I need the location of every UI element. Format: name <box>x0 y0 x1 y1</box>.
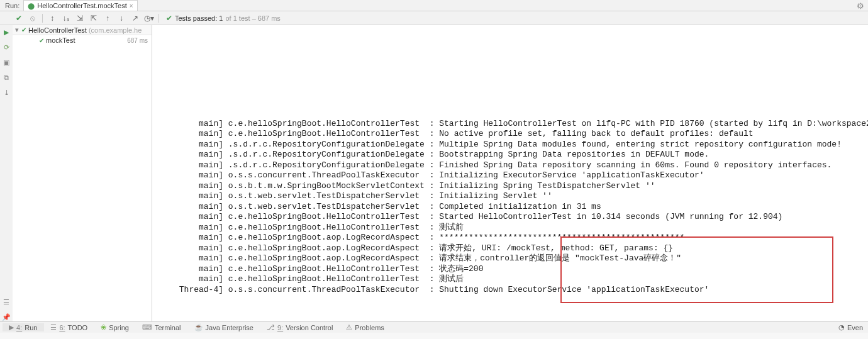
log-line: main] c.e.helloSpringBoot.HelloControlle… <box>174 274 464 284</box>
tab-label: Java Enterprise <box>206 324 253 331</box>
tab-title: HelloControllerTest.mockTest <box>37 2 126 9</box>
event-log-icon: ◔ <box>838 323 845 331</box>
tool-window-header: Run: ⬤ HelloControllerTest.mockTest × ⚙ <box>0 0 868 11</box>
test-tree-panel: ▾ ✔ HelloControllerTest (com.example.he … <box>13 25 152 321</box>
check-icon: ✔ <box>166 14 172 23</box>
spring-icon: ❀ <box>101 323 106 331</box>
passed-filter-icon[interactable]: ✔ <box>13 13 25 24</box>
rerun-failed-icon[interactable]: ⟳ <box>2 43 11 52</box>
collapse-icon[interactable]: ⇱ <box>87 13 100 24</box>
terminal-icon: ⌨ <box>142 323 152 331</box>
log-line: main] .s.d.r.c.RepositoryConfigurationDe… <box>174 150 709 159</box>
log-line: main] c.e.helloSpringBoot.HelloControlle… <box>174 129 754 138</box>
test-duration: 687 ms <box>127 37 148 44</box>
log-line: main] .s.d.r.c.RepositoryConfigurationDe… <box>174 140 842 149</box>
pin-icon[interactable]: ⤓ <box>2 88 11 97</box>
sort-alpha-icon[interactable]: ↓ₐ <box>60 13 72 24</box>
stop-icon[interactable]: ▣ <box>2 58 11 67</box>
separator <box>42 14 43 23</box>
log-line: main] o.s.t.web.servlet.TestDispatcherSe… <box>174 202 601 211</box>
tab-run[interactable]: ▶ 4:Run <box>3 323 44 331</box>
sort-icon[interactable]: ↕ <box>46 13 58 24</box>
tab-spring[interactable]: ❀ Spring <box>94 323 136 331</box>
expand-icon[interactable]: ⇲ <box>74 13 86 24</box>
tab-label: Run <box>25 324 37 331</box>
test-toolbar: ✔ ⦸ ↕ ↓ₐ ⇲ ⇱ ↑ ↓ ↗ ◷▾ ✔ Tests passed: 1 … <box>0 11 868 25</box>
tab-label: TODO <box>68 324 88 331</box>
tab-problems[interactable]: ⚠ Problems <box>340 323 391 331</box>
close-icon[interactable]: × <box>130 3 133 9</box>
tests-passed-status: ✔ Tests passed: 1 of 1 test – 687 ms <box>166 14 281 23</box>
run-icon[interactable]: ▶ <box>2 28 11 36</box>
layout-icon[interactable]: ⧉ <box>2 73 11 82</box>
test-class-node[interactable]: ▾ ✔ HelloControllerTest (com.example.he <box>13 25 152 35</box>
separator <box>159 14 159 23</box>
tests-passed-detail: of 1 test – 687 ms <box>225 14 280 22</box>
main-area: ▶ ⟳ ▣ ⧉ ⤓ ☰ 📌 ▾ ✔ HelloControllerTest (c… <box>0 25 868 321</box>
tab-version-control[interactable]: ⎇ 9:Version Control <box>260 323 340 331</box>
run-icon: ▶ <box>9 323 14 331</box>
history-icon[interactable]: ◷▾ <box>143 13 155 24</box>
tab-label: Terminal <box>155 324 181 331</box>
log-line: main] c.e.helloSpringBoot.HelloControlle… <box>174 264 483 274</box>
test-method-node[interactable]: ✔ mockTest 687 ms <box>13 35 152 45</box>
ignored-filter-icon[interactable]: ⦸ <box>26 13 39 24</box>
test-class-path: (com.example.he <box>89 26 142 34</box>
log-line: main] o.s.s.concurrent.ThreadPoolTaskExe… <box>174 170 704 180</box>
pin-tab-icon[interactable]: 📌 <box>2 313 11 321</box>
check-icon: ✔ <box>39 37 44 44</box>
console-output[interactable]: main] c.e.helloSpringBoot.HelloControlle… <box>152 25 868 321</box>
log-line: main] c.e.helloSpringBoot.HelloControlle… <box>174 119 868 128</box>
left-gutter: ▶ ⟳ ▣ ⧉ ⤓ ☰ 📌 <box>0 25 13 321</box>
prev-icon[interactable]: ↑ <box>101 13 114 24</box>
export-icon[interactable]: ↗ <box>129 13 142 24</box>
log-line: main] c.e.helloSpringBoot.aop.LogRecordA… <box>174 253 681 263</box>
tests-passed-count: Tests passed: 1 <box>175 14 223 22</box>
bottom-tool-bar: ▶ 4:Run ☰ 6:TODO ❀ Spring ⌨ Terminal ☕ J… <box>0 321 868 333</box>
log-line: main] o.s.b.t.m.w.SpringBootMockServletC… <box>174 181 655 191</box>
next-icon[interactable]: ↓ <box>115 13 128 24</box>
status-bar <box>0 333 868 339</box>
check-icon: ✔ <box>21 26 26 33</box>
tab-label: Version Control <box>286 324 333 331</box>
tab-terminal[interactable]: ⌨ Terminal <box>136 323 188 331</box>
todo-icon: ☰ <box>50 323 57 331</box>
log-line: main] c.e.helloSpringBoot.aop.LogRecordA… <box>174 233 684 242</box>
run-label: Run: <box>1 2 23 9</box>
tab-label: Problems <box>355 324 384 331</box>
test-method-name: mockTest <box>46 36 75 44</box>
chevron-down-icon[interactable]: ▾ <box>15 26 21 34</box>
run-config-tab[interactable]: ⬤ HelloControllerTest.mockTest × <box>23 0 137 11</box>
tab-java-enterprise[interactable]: ☕ Java Enterprise <box>188 323 260 331</box>
log-line: Thread-4] o.s.s.concurrent.ThreadPoolTas… <box>174 285 709 294</box>
log-line: main] c.e.helloSpringBoot.aop.LogRecordA… <box>174 243 673 253</box>
log-line: main] c.e.helloSpringBoot.HelloControlle… <box>174 223 464 232</box>
tab-label: Spring <box>109 324 129 331</box>
tab-event-log[interactable]: ◔ Even <box>838 323 868 331</box>
test-class-name: HelloControllerTest <box>28 26 87 34</box>
test-icon: ⬤ <box>28 3 35 9</box>
log-line: main] .s.d.r.c.RepositoryConfigurationDe… <box>174 160 832 170</box>
vcs-icon: ⎇ <box>267 323 275 331</box>
settings-icon[interactable]: ☰ <box>2 297 11 306</box>
gear-icon[interactable]: ⚙ <box>857 1 864 11</box>
tab-todo[interactable]: ☰ 6:TODO <box>44 323 94 331</box>
problems-icon: ⚠ <box>346 323 352 331</box>
tab-label: Even <box>847 324 863 331</box>
log-line: main] c.e.helloSpringBoot.HelloControlle… <box>174 212 782 221</box>
java-icon: ☕ <box>194 323 203 331</box>
log-line: main] o.s.t.web.servlet.TestDispatcherSe… <box>174 191 552 201</box>
